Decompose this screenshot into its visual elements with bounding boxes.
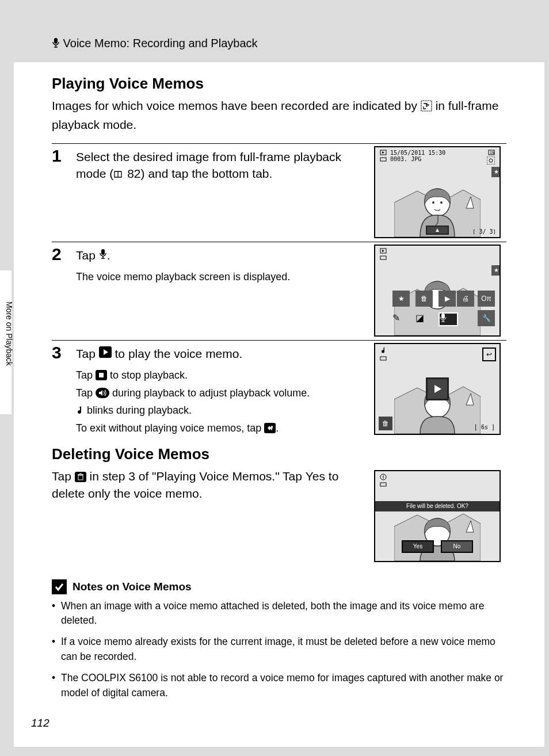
svg-rect-0 [54, 38, 58, 44]
star-tab-icon: ★ [491, 265, 501, 276]
svg-marker-19 [382, 250, 384, 252]
section-sidebar: More on Playback [5, 301, 14, 405]
trash-button-icon [75, 472, 86, 482]
page-number: 112 [31, 717, 49, 730]
step-number: 3 [52, 341, 76, 437]
step-1-title: Select the desired image from full-frame… [76, 148, 368, 182]
svg-text:IN: IN [490, 151, 494, 155]
setup-icon: 🔧 [478, 310, 495, 326]
notes-section: Notes on Voice Memos When an image with … [52, 579, 506, 700]
svg-rect-42 [380, 483, 386, 486]
svg-rect-20 [380, 256, 386, 259]
paint-icon: ✎ [392, 312, 412, 326]
slideshow-icon: ▶ [439, 291, 456, 307]
svg-point-10 [489, 159, 493, 162]
trash-icon: 🗑 [415, 291, 433, 307]
no-button: No [441, 540, 473, 553]
volume-icon [96, 388, 109, 398]
svg-marker-35 [434, 385, 441, 393]
svg-point-13 [432, 201, 434, 204]
deleting-text: Tap in step 3 of "Playing Voice Memos." … [52, 468, 363, 562]
step-2: 2 Tap . The voice memo playback screen i… [52, 242, 506, 337]
step-number: 1 [52, 144, 76, 238]
svg-rect-15 [101, 249, 105, 255]
page: Voice Memo: Recording and Playback Playi… [14, 5, 544, 747]
svg-rect-28 [99, 373, 104, 377]
play-button-icon [426, 377, 449, 400]
step-3: 3 Tap to play the voice memo. Tap to sto… [52, 340, 506, 437]
step-3-sub: Tap to stop playback. Tap during playbac… [76, 366, 368, 437]
trash-icon: 🗑 [379, 417, 392, 430]
protect-icon: Oπ [478, 291, 495, 307]
music-note-icon [380, 346, 387, 354]
step-3-title: Tap to play the voice memo. [76, 345, 368, 362]
step-1-screenshot: 15/05/2011 15:30 IN 0003. JPG ★ [374, 146, 501, 238]
yes-button: Yes [402, 540, 434, 553]
voice-memo-badge-icon [487, 156, 495, 165]
music-note-icon [76, 405, 84, 415]
deleting-screenshot: File will be deleted. OK? Yes No [374, 470, 501, 562]
microphone-icon [52, 38, 60, 48]
step-2-sub: The voice memo playback screen is displa… [76, 268, 368, 286]
playing-intro: Images for which voice memos have been r… [52, 97, 506, 134]
page-ref-icon [113, 170, 124, 178]
back-icon: ↩ [482, 348, 496, 361]
retouch-icon: ◪ [415, 312, 435, 326]
step-1: 1 Select the desired image from full-fra… [52, 143, 506, 238]
bottom-tab-icon: ▲ [426, 226, 449, 235]
notes-title: Notes on Voice Memos [73, 581, 192, 593]
deleting-heading: Deleting Voice Memos [52, 445, 506, 463]
svg-rect-32 [380, 357, 386, 360]
note-item: The COOLPIX S6100 is not able to record … [52, 671, 506, 700]
header-title: Voice Memo: Recording and Playback [63, 37, 258, 49]
step-number: 2 [52, 242, 76, 337]
playing-heading: Playing Voice Memos [52, 75, 506, 93]
svg-rect-9 [487, 156, 495, 165]
page-header: Voice Memo: Recording and Playback [14, 5, 544, 62]
rating-icon: ★ [392, 291, 410, 307]
step-3-screenshot: ↩ 🗑 [ 6s ] [374, 343, 501, 435]
microphone-icon [99, 249, 107, 259]
microphone-icon [439, 312, 458, 326]
check-note-icon [52, 579, 67, 594]
back-button-icon [264, 423, 276, 433]
svg-rect-8 [380, 158, 386, 161]
stop-button-icon [96, 370, 107, 380]
note-item: If a voice memo already exists for the c… [52, 635, 506, 664]
star-tab-icon: ★ [491, 167, 501, 177]
step-2-screenshot: ★ ★ 🗑 ▶ Oπ ✎ ◪ [374, 245, 501, 337]
play-button-icon [99, 346, 112, 358]
voice-memo-indicator-icon [421, 100, 432, 112]
svg-marker-5 [382, 151, 384, 154]
svg-rect-22 [441, 314, 445, 319]
print-icon: 🖨 [457, 291, 474, 307]
delete-confirm-message: File will be deleted. OK? [375, 501, 500, 511]
deleting-section: Deleting Voice Memos Tap in step 3 of "P… [52, 445, 506, 562]
step-2-title: Tap . [76, 247, 368, 264]
svg-point-14 [440, 201, 443, 204]
note-item: When an image with a voice memo attached… [52, 599, 506, 628]
